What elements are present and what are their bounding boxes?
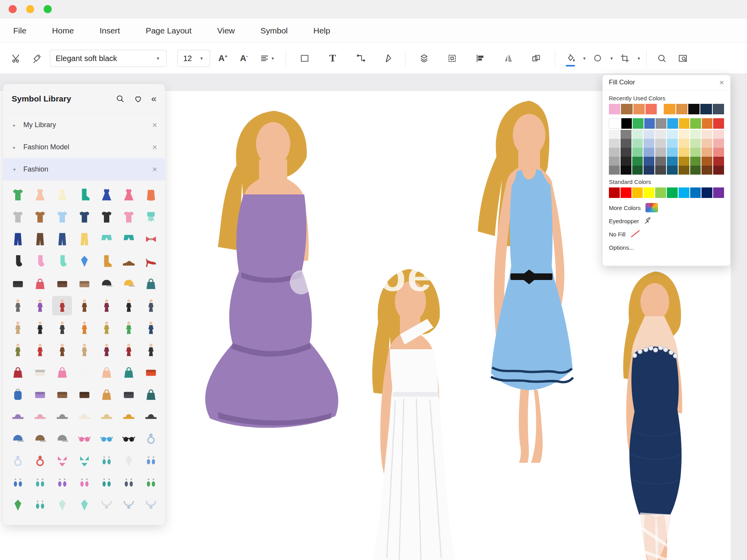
symbol-earrings[interactable]: [52, 473, 72, 493]
connector-tool-button[interactable]: [347, 48, 375, 69]
symbol-person[interactable]: [96, 296, 116, 315]
symbol-earrings[interactable]: [119, 473, 139, 493]
symbol-clutch[interactable]: [141, 362, 161, 382]
symbol-sock[interactable]: [8, 252, 28, 271]
line-color-dropdown[interactable]: ▾: [609, 56, 614, 61]
cut-button[interactable]: [5, 48, 26, 69]
color-swatch[interactable]: [713, 187, 724, 198]
decrease-font-button[interactable]: A-: [233, 48, 254, 69]
mirror-button[interactable]: [494, 48, 522, 69]
eyedropper-button[interactable]: Eyedropper: [609, 214, 724, 228]
symbol-person[interactable]: [119, 340, 139, 360]
symbol-cap[interactable]: [30, 429, 50, 448]
color-swatch[interactable]: [679, 166, 689, 175]
symbol-dress[interactable]: [52, 185, 72, 205]
color-swatch[interactable]: [644, 139, 654, 148]
font-size-select[interactable]: 12 ▾: [177, 50, 210, 67]
symbol-top[interactable]: [52, 207, 72, 227]
color-swatch[interactable]: [701, 157, 712, 166]
symbol-dress[interactable]: [96, 185, 116, 205]
symbol-boot[interactable]: [74, 185, 94, 205]
pen-tool-button[interactable]: [375, 48, 400, 69]
symbol-shorts[interactable]: [96, 229, 116, 249]
symbol-ring[interactable]: [8, 451, 28, 471]
text-tool-button[interactable]: T: [319, 48, 347, 69]
color-swatch[interactable]: [713, 157, 724, 166]
symbol-bag[interactable]: [96, 362, 116, 382]
color-swatch[interactable]: [702, 118, 713, 129]
symbol-cap[interactable]: [52, 429, 72, 448]
font-family-select[interactable]: Elegant soft black ▾: [50, 50, 167, 67]
color-swatch[interactable]: [633, 118, 644, 129]
symbol-dress[interactable]: [30, 185, 50, 205]
symbol-heel[interactable]: [141, 252, 161, 271]
symbol-shorts[interactable]: [119, 229, 139, 249]
symbol-top[interactable]: [30, 207, 50, 227]
symbol-top[interactable]: [8, 185, 28, 205]
color-swatch[interactable]: [667, 139, 678, 148]
library-section-fashion-model[interactable]: ▸Fashion Model×: [3, 136, 165, 158]
minimize-window-button[interactable]: [26, 5, 34, 13]
symbol-cap[interactable]: [8, 429, 28, 448]
arrange-button[interactable]: [522, 48, 550, 69]
color-swatch[interactable]: [645, 104, 657, 114]
color-swatch[interactable]: [632, 187, 643, 198]
symbol-gem[interactable]: [74, 252, 94, 271]
symbol-sunglasses[interactable]: [96, 429, 116, 448]
collapse-panel-icon[interactable]: «: [151, 94, 156, 103]
text-align-button[interactable]: ▾: [254, 48, 281, 69]
symbol-pants[interactable]: [52, 229, 72, 249]
symbol-top[interactable]: [8, 207, 28, 227]
color-swatch[interactable]: [621, 118, 632, 129]
symbol-earrings[interactable]: [141, 451, 161, 471]
menu-item-home[interactable]: Home: [52, 26, 74, 35]
color-swatch[interactable]: [690, 118, 701, 129]
color-swatch[interactable]: [700, 104, 712, 114]
symbol-gem[interactable]: [52, 495, 72, 515]
symbol-earrings[interactable]: [8, 473, 28, 493]
symbol-clutch[interactable]: [52, 385, 72, 404]
symbol-bag[interactable]: [52, 362, 72, 382]
library-section-fashion[interactable]: ▾Fashion×: [3, 158, 165, 180]
symbol-skirt[interactable]: [141, 185, 161, 205]
color-swatch[interactable]: [713, 118, 724, 129]
symbol-earrings[interactable]: [96, 451, 116, 471]
symbol-person[interactable]: [96, 318, 116, 338]
color-swatch[interactable]: [644, 187, 654, 198]
symbol-scarf[interactable]: [141, 207, 161, 227]
color-swatch[interactable]: [690, 187, 701, 198]
color-swatch[interactable]: [713, 130, 724, 139]
symbol-earrings[interactable]: [30, 495, 50, 515]
color-swatch[interactable]: [676, 104, 687, 114]
zoom-button[interactable]: [651, 48, 672, 69]
color-swatch[interactable]: [621, 139, 631, 148]
symbol-ring[interactable]: [30, 451, 50, 471]
color-swatch[interactable]: [621, 166, 631, 175]
symbol-person[interactable]: [30, 296, 50, 315]
no-fill-button[interactable]: No Fill: [609, 228, 724, 241]
color-swatch[interactable]: [644, 157, 654, 166]
symbol-cap[interactable]: [96, 274, 116, 293]
close-icon[interactable]: ×: [152, 165, 157, 174]
symbol-person[interactable]: [52, 296, 72, 315]
symbol-hat[interactable]: [119, 407, 139, 426]
color-swatch[interactable]: [713, 139, 724, 148]
color-swatch[interactable]: [701, 148, 712, 157]
symbol-bag[interactable]: [8, 362, 28, 382]
fill-color-dropdown[interactable]: ▾: [582, 56, 587, 61]
color-swatch[interactable]: [621, 130, 631, 139]
fill-color-button[interactable]: [560, 48, 581, 69]
symbol-person[interactable]: [52, 340, 72, 360]
symbol-clutch[interactable]: [30, 385, 50, 404]
align-objects-button[interactable]: [466, 48, 494, 69]
color-swatch[interactable]: [667, 157, 678, 166]
symbol-gem[interactable]: [119, 451, 139, 471]
color-swatch[interactable]: [688, 104, 700, 114]
color-swatch[interactable]: [609, 187, 620, 198]
options-button[interactable]: Options...: [609, 241, 724, 254]
symbol-boot[interactable]: [96, 252, 116, 271]
symbol-clutch[interactable]: [52, 274, 72, 293]
symbol-bikini[interactable]: [74, 451, 94, 471]
color-swatch[interactable]: [690, 130, 701, 139]
color-swatch[interactable]: [690, 139, 701, 148]
